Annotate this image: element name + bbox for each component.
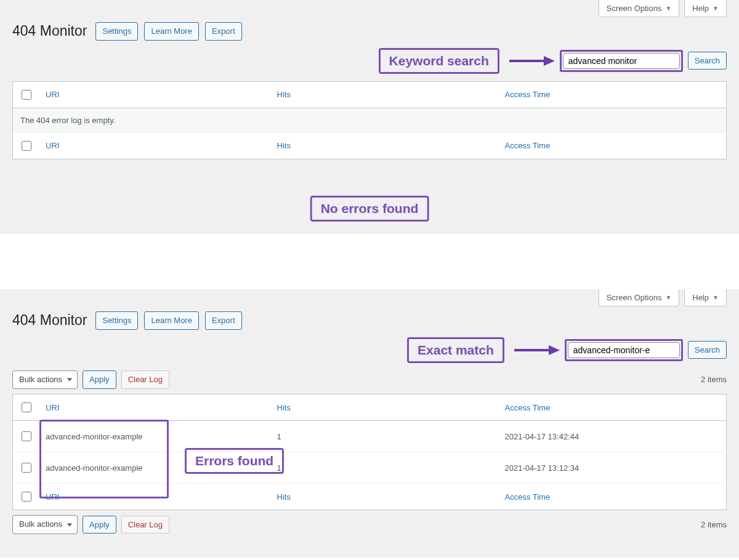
clear-log-button[interactable]: Clear Log (121, 370, 169, 389)
col-uri[interactable]: URI (39, 394, 271, 421)
panel-gap (0, 234, 739, 289)
annotation-keyword-search: Keyword search (379, 48, 499, 74)
empty-row: The 404 error log is empty. (13, 108, 727, 132)
select-all-checkbox-footer[interactable] (22, 141, 31, 151)
chevron-down-icon: ▼ (665, 294, 671, 301)
cell-time: 2021-04-17 13:12:34 (499, 452, 727, 484)
arrow-icon (508, 54, 555, 68)
select-all-checkbox-footer[interactable] (22, 492, 31, 502)
search-highlight (565, 339, 683, 361)
annotation-exact-match: Exact match (407, 337, 504, 363)
bulk-actions-select[interactable]: Bulk actions (12, 515, 78, 534)
settings-button[interactable]: Settings (95, 311, 138, 330)
search-input[interactable] (563, 53, 680, 69)
items-count: 2 items (701, 520, 727, 529)
bulk-actions-label: Bulk actions (19, 518, 62, 531)
svg-marker-1 (544, 56, 555, 66)
items-count: 2 items (701, 375, 727, 384)
learn-more-button[interactable]: Learn More (144, 22, 198, 41)
help-tab[interactable]: Help ▼ (684, 289, 727, 306)
chevron-down-icon: ▼ (713, 294, 719, 301)
tablenav-bottom: Bulk actions Apply Clear Log 2 items (12, 515, 727, 534)
col-uri[interactable]: URI (39, 81, 271, 108)
empty-message: The 404 error log is empty. (13, 108, 727, 132)
screen-options-tab[interactable]: Screen Options ▼ (599, 289, 680, 306)
col-uri-footer[interactable]: URI (39, 132, 271, 159)
col-access-time-footer[interactable]: Access Time (499, 484, 727, 510)
apply-button[interactable]: Apply (83, 516, 116, 534)
help-label: Help (692, 293, 709, 302)
screen-options-tab[interactable]: Screen Options ▼ (599, 0, 680, 17)
svg-marker-3 (549, 345, 560, 355)
help-label: Help (692, 4, 709, 13)
screen-meta-links: Screen Options ▼ Help ▼ (12, 289, 727, 306)
annotation-no-errors: No errors found (310, 196, 429, 222)
learn-more-button[interactable]: Learn More (144, 311, 198, 330)
errors-table: URI Hits Access Time The 404 error log i… (12, 81, 727, 159)
col-access-time[interactable]: Access Time (499, 81, 727, 108)
bulk-actions-select[interactable]: Bulk actions (12, 370, 78, 390)
screen-options-label: Screen Options (607, 4, 662, 13)
arrow-icon (513, 343, 560, 358)
apply-button[interactable]: Apply (83, 370, 116, 389)
panel-exact-match: Screen Options ▼ Help ▼ 404 Monitor Sett… (0, 289, 739, 558)
help-tab[interactable]: Help ▼ (684, 0, 727, 17)
clear-log-button[interactable]: Clear Log (121, 516, 169, 534)
col-hits-footer[interactable]: Hits (271, 484, 499, 510)
select-all-checkbox[interactable] (22, 90, 31, 100)
col-uri-footer[interactable]: URI (39, 484, 271, 510)
table-row: advanced-monitor-example 1 2021-04-17 13… (13, 421, 727, 452)
search-button[interactable]: Search (688, 52, 727, 70)
row-checkbox[interactable] (22, 463, 31, 473)
tablenav-top: Bulk actions Apply Clear Log 2 items (12, 370, 727, 390)
search-button[interactable]: Search (688, 341, 727, 359)
col-access-time[interactable]: Access Time (499, 394, 727, 421)
screen-meta-links: Screen Options ▼ Help ▼ (12, 0, 727, 17)
page-title: 404 Monitor (12, 23, 87, 39)
col-hits[interactable]: Hits (271, 81, 499, 108)
chevron-down-icon: ▼ (713, 5, 719, 12)
search-bar: Keyword search Search (12, 48, 727, 74)
search-highlight (560, 50, 683, 72)
screen-options-label: Screen Options (607, 293, 662, 302)
col-hits[interactable]: Hits (271, 394, 499, 421)
cell-uri: advanced-monitor-example (39, 452, 271, 484)
settings-button[interactable]: Settings (95, 22, 138, 41)
search-bar: Exact match Search (12, 337, 727, 363)
panel-keyword-search: Screen Options ▼ Help ▼ 404 Monitor Sett… (0, 0, 739, 234)
col-access-time-footer[interactable]: Access Time (499, 132, 727, 159)
cell-uri: advanced-monitor-example (39, 421, 271, 452)
export-button[interactable]: Export (205, 311, 242, 330)
export-button[interactable]: Export (205, 22, 242, 41)
search-input[interactable] (568, 342, 680, 358)
page-header: 404 Monitor Settings Learn More Export (12, 306, 727, 337)
row-checkbox[interactable] (22, 431, 31, 441)
col-hits-footer[interactable]: Hits (271, 132, 499, 159)
table-row: advanced-monitor-example 1 2021-04-17 13… (13, 452, 727, 484)
errors-table: URI Hits Access Time advanced-monitor-ex… (12, 394, 727, 510)
bulk-actions-label: Bulk actions (19, 374, 62, 386)
cell-time: 2021-04-17 13:42:44 (499, 421, 727, 452)
select-all-checkbox[interactable] (22, 402, 31, 412)
cell-hits: 1 (271, 452, 499, 484)
page-header: 404 Monitor Settings Learn More Export (12, 17, 727, 48)
page-title: 404 Monitor (12, 312, 87, 329)
cell-hits: 1 (271, 421, 499, 452)
chevron-down-icon: ▼ (665, 5, 671, 12)
